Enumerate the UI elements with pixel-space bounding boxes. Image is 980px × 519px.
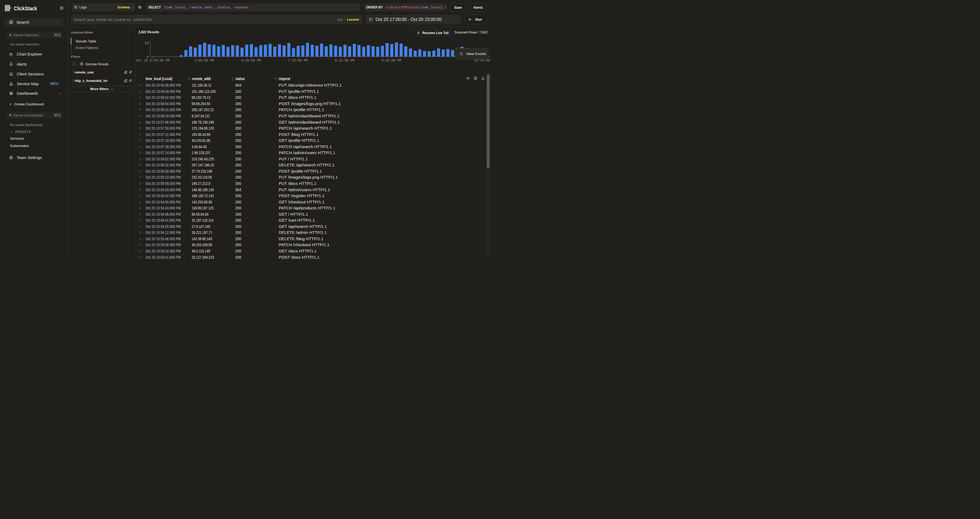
svg-text:7:35:00 PM: 7:35:00 PM <box>288 59 308 63</box>
svg-text:8:25:00 PM: 8:25:00 PM <box>335 59 355 63</box>
svg-text:80: 80 <box>145 41 149 46</box>
svg-text:Oct 20 5:00:00 PM: Oct 20 5:00:00 PM <box>136 59 169 63</box>
svg-text:6:45:00 PM: 6:45:00 PM <box>241 59 261 63</box>
svg-text:9:15:00 PM: 9:15:00 PM <box>382 59 401 63</box>
svg-text:5:55:00 PM: 5:55:00 PM <box>194 59 214 63</box>
